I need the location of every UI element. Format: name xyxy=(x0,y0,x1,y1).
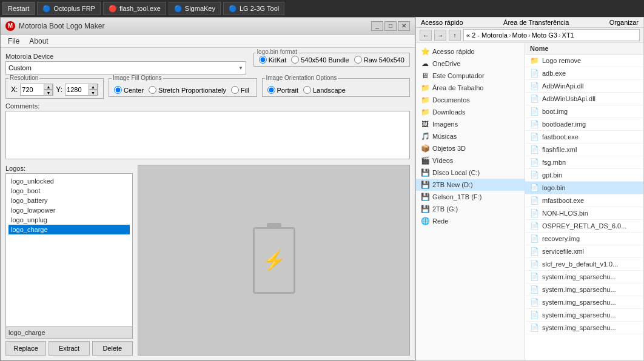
logo-item-lowpower[interactable]: logo_lowpower xyxy=(8,205,130,215)
taskbar-app-flash[interactable]: 🔴 flash_tool.exe xyxy=(103,2,166,15)
menu-file[interactable]: File xyxy=(3,36,24,47)
fill-options-legend: Image Fill Options xyxy=(112,75,163,81)
sidebar-music-label: Músicas xyxy=(432,133,457,140)
format-kitkat[interactable]: KitKat xyxy=(259,56,286,64)
diskc-icon: 💾 xyxy=(421,168,429,177)
y-input[interactable] xyxy=(65,84,89,95)
sidebar-item-documents[interactable]: 📁 Documentos xyxy=(416,94,525,106)
file-item-fastboot[interactable]: 📄 fastboot.exe xyxy=(525,131,643,144)
y-up-button[interactable]: ▲ xyxy=(89,84,98,90)
sidebar-2tbg-label: 2TB (G:) xyxy=(432,205,458,213)
x-spinbox[interactable]: ▲ ▼ xyxy=(20,84,53,96)
taskbar-app-octo[interactable]: 🔵 Octoplus FRP xyxy=(37,2,100,15)
fill-fill[interactable]: Fill xyxy=(231,86,249,94)
network-icon: 🌐 xyxy=(421,217,429,225)
sidebar-item-videos[interactable]: 🎬 Vídeos xyxy=(416,154,525,167)
x-up-button[interactable]: ▲ xyxy=(44,84,53,90)
file-item-systemimg1[interactable]: 📄 system.img_sparsechu... xyxy=(525,271,643,283)
logo-item-unplug[interactable]: logo_unplug xyxy=(8,215,130,225)
window-title: Motorola Boot Logo Maker xyxy=(19,22,367,30)
x-down-button[interactable]: ▼ xyxy=(44,90,53,96)
file-item-bootimg[interactable]: 📄 boot.img xyxy=(525,105,643,118)
file-slcf-icon: 📄 xyxy=(530,260,539,268)
file-item-adbwinusbapi[interactable]: 📄 AdbWinUsbApi.dll xyxy=(525,93,643,105)
taskbar-app-sigma[interactable]: 🔵 SigmaKey xyxy=(169,2,221,15)
breadcrumb-3[interactable]: Moto G3 xyxy=(532,31,557,39)
maximize-button[interactable]: □ xyxy=(384,21,397,31)
sidebar-item-2tbg[interactable]: 💾 2TB (G:) xyxy=(416,203,525,215)
y-down-button[interactable]: ▼ xyxy=(89,90,98,96)
sidebar-item-2tbd[interactable]: 💾 2TB New (D:) xyxy=(416,179,525,191)
file-name-systemimg2: system.img_sparsechu... xyxy=(542,286,616,293)
sidebar-item-gelson[interactable]: 💾 Gelson_1TB (F:) xyxy=(416,191,525,203)
bc-sep-2: › xyxy=(528,31,531,39)
sidebar-item-desktop[interactable]: 📁 Área de Trabalho xyxy=(416,82,525,94)
replace-button[interactable]: Replace xyxy=(5,341,46,356)
file-item-systemimg5[interactable]: 📄 system.img_sparsechu... xyxy=(525,322,643,334)
file-adbwinusbapi-icon: 📄 xyxy=(530,94,539,103)
breadcrumb-4[interactable]: XT1 xyxy=(562,31,574,39)
file-item-systemimg3[interactable]: 📄 system.img_sparsechu... xyxy=(525,296,643,309)
restart-button[interactable]: Restart xyxy=(2,2,35,15)
file-name-gptbin: gpt.bin xyxy=(542,171,562,179)
file-item-recovery[interactable]: 📄 recovery.img xyxy=(525,233,643,245)
logos-list[interactable]: logo_unlocked logo_boot logo_battery log… xyxy=(5,173,133,327)
logo-item-unlocked[interactable]: logo_unlocked xyxy=(8,176,130,186)
close-button[interactable]: ✕ xyxy=(398,21,410,31)
logo-item-charge[interactable]: logo_charge xyxy=(8,225,130,234)
taskbar-app-lg[interactable]: 🔵 LG 2-3G Tool xyxy=(223,2,284,15)
orientation-portrait[interactable]: Portrait xyxy=(267,86,298,94)
file-item-systemimg2[interactable]: 📄 system.img_sparsechu... xyxy=(525,283,643,296)
breadcrumb-2[interactable]: Moto xyxy=(512,31,527,39)
file-item-servicefile[interactable]: 📄 servicefile.xml xyxy=(525,245,643,258)
fill-center[interactable]: Center xyxy=(114,86,144,94)
format-raw540[interactable]: Raw 540x540 xyxy=(354,56,404,64)
file-item-flashfile[interactable]: 📄 flashfile.xml xyxy=(525,144,643,156)
column-name-header: Nome xyxy=(530,45,549,52)
extract-button[interactable]: Extract xyxy=(49,341,89,356)
file-item-logoremove[interactable]: 📁 Logo remove xyxy=(525,55,643,67)
sidebar-item-diskc[interactable]: 💾 Disco Local (C:) xyxy=(416,167,525,179)
file-systemimg4-icon: 📄 xyxy=(530,311,539,319)
file-item-gptbin[interactable]: 📄 gpt.bin xyxy=(525,169,643,182)
logo-item-boot[interactable]: logo_boot xyxy=(8,186,130,196)
format-540bundle[interactable]: 540x540 Bundle xyxy=(291,56,349,64)
nav-back-button[interactable]: ← xyxy=(420,30,432,41)
file-item-systemimg4[interactable]: 📄 system.img_sparsechu... xyxy=(525,309,643,322)
sidebar-item-3dobjects[interactable]: 📦 Objetos 3D xyxy=(416,142,525,154)
sidebar-item-onedrive[interactable]: ☁ OneDrive xyxy=(416,58,525,70)
file-item-nonhlos[interactable]: 📄 NON-HLOS.bin xyxy=(525,207,643,220)
sidebar-item-pictures[interactable]: 🖼 Imagens xyxy=(416,118,525,130)
comments-textarea[interactable] xyxy=(5,111,410,159)
sidebar-item-network[interactable]: 🌐 Rede xyxy=(416,215,525,227)
orientation-landscape[interactable]: Landscape xyxy=(303,86,346,94)
file-item-adb[interactable]: 📄 adb.exe xyxy=(525,67,643,80)
sidebar-item-downloads[interactable]: 📁 Downloads xyxy=(416,106,525,118)
file-item-adbwinapi[interactable]: 📄 AdbWinApi.dll xyxy=(525,80,643,93)
fill-stretch[interactable]: Stretch Proportionately xyxy=(149,86,226,94)
file-item-mfastboot[interactable]: 📄 mfastboot.exe xyxy=(525,194,643,207)
y-spinbox[interactable]: ▲ ▼ xyxy=(65,84,98,96)
orientation-options-group: Image Orientation Options Portrait Lands… xyxy=(262,78,410,97)
sidebar-2tbd-label: 2TB New (D:) xyxy=(432,181,473,188)
breadcrumb-1[interactable]: « 2 - Motorola xyxy=(466,31,508,39)
menu-about[interactable]: About xyxy=(24,36,53,47)
sidebar-item-computer[interactable]: 🖥 Este Computador xyxy=(416,70,525,82)
file-item-osprey[interactable]: 📄 OSPREY_RETLA_DS_6.0... xyxy=(525,220,643,233)
taskbar: Restart 🔵 Octoplus FRP 🔴 flash_tool.exe … xyxy=(0,0,644,17)
sidebar-item-music[interactable]: 🎵 Músicas xyxy=(416,130,525,142)
resolution-legend: Resolution xyxy=(8,75,39,81)
sidebar-desktop-label: Área de Trabalho xyxy=(432,84,483,91)
logo-item-battery[interactable]: logo_battery xyxy=(8,196,130,205)
nav-up-button[interactable]: ↑ xyxy=(449,30,461,41)
delete-button[interactable]: Delete xyxy=(92,341,133,356)
file-item-fsgmbn[interactable]: 📄 fsg.mbn xyxy=(525,156,643,169)
file-item-slcf[interactable]: 📄 slcf_rev_b_default_v1.0... xyxy=(525,258,643,271)
file-item-logobin[interactable]: 📄 logo.bin xyxy=(525,182,643,194)
nav-forward-button[interactable]: → xyxy=(434,30,446,41)
file-item-bootloaderimg[interactable]: 📄 bootloader.img xyxy=(525,118,643,131)
x-input[interactable] xyxy=(21,84,44,95)
sidebar-item-quickaccess[interactable]: ⭐ Acesso rápido xyxy=(416,45,525,58)
minimize-button[interactable]: _ xyxy=(371,21,383,31)
device-dropdown[interactable]: Custom ▼ xyxy=(5,61,246,75)
